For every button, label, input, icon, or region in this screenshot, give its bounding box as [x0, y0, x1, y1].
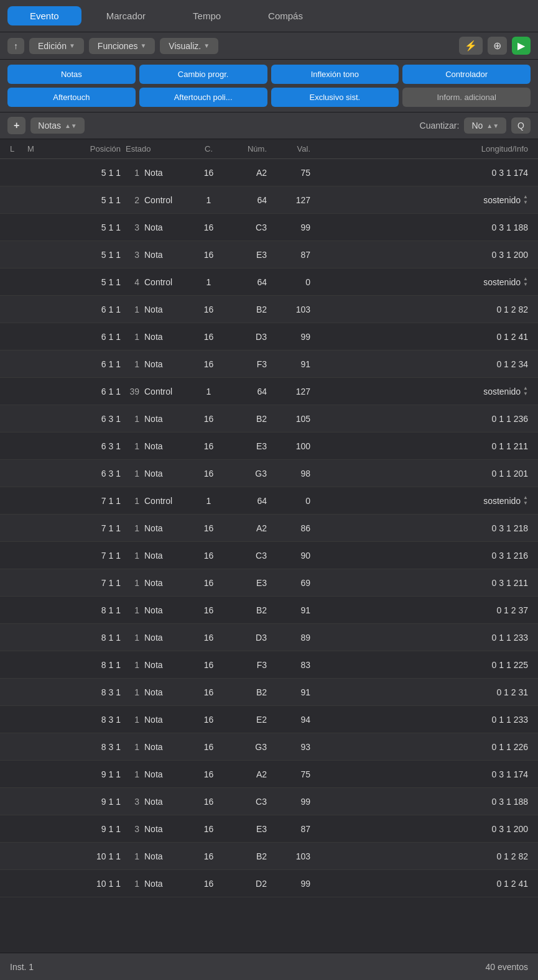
visualiz-dropdown[interactable]: Visualiz. ▼ [160, 38, 218, 54]
cell-num: E3 [226, 819, 269, 839]
cell-l [7, 824, 25, 834]
filter-cambio-progr[interactable]: Cambio progr. [139, 65, 267, 84]
cell-val: 99 [269, 874, 313, 894]
filter-aftertouch-poli[interactable]: Aftertouch poli... [139, 88, 267, 107]
filter-aftertouch[interactable]: Aftertouch [7, 88, 136, 107]
cell-longitud: 0 1 2 82 [313, 300, 531, 319]
chevron-updown-icon[interactable]: ▲▼ [523, 495, 528, 506]
table-row[interactable]: 8 1 1 1 Nota 16 D3 89 0 1 1 233 [0, 624, 538, 651]
cell-estado: 1 Nota [123, 163, 192, 183]
visualiz-arrow-icon: ▼ [203, 42, 210, 49]
tab-tempo[interactable]: Tempo [170, 6, 243, 25]
cell-c: 16 [192, 518, 226, 538]
table-row[interactable]: 9 1 1 1 Nota 16 A2 75 0 3 1 174 [0, 761, 538, 788]
table-row[interactable]: 6 1 1 1 Nota 16 D3 99 0 1 2 41 [0, 323, 538, 350]
col-num: Núm. [226, 143, 269, 155]
cell-longitud: 0 3 1 200 [313, 245, 531, 265]
table-row[interactable]: 7 1 1 1 Nota 16 E3 69 0 3 1 211 [0, 569, 538, 597]
cell-l [7, 305, 25, 314]
table-row[interactable]: 5 1 1 1 Nota 16 A2 75 0 3 1 174 [0, 159, 538, 186]
filter-notas[interactable]: Notas [7, 65, 136, 84]
cell-beat: 1 [126, 605, 139, 615]
cell-l [7, 496, 25, 506]
table-row[interactable]: 5 1 1 3 Nota 16 C3 99 0 3 1 188 [0, 214, 538, 241]
cell-beat: 1 [126, 441, 139, 451]
cell-beat: 1 [126, 469, 139, 479]
table-row[interactable]: 9 1 1 3 Nota 16 E3 87 0 3 1 200 [0, 815, 538, 843]
filter-inflexion-tono[interactable]: Inflexión tono [271, 65, 399, 84]
filter-inform-adicional[interactable]: Inform. adicional [402, 88, 531, 107]
chevron-updown-icon[interactable]: ▲▼ [523, 277, 528, 287]
cell-num: E2 [226, 710, 269, 730]
chevron-updown-icon[interactable]: ▲▼ [523, 195, 528, 205]
column-headers: L M Posición Estado C. Núm. Val. Longitu… [0, 139, 538, 159]
tab-marcador[interactable]: Marcador [84, 6, 168, 25]
cell-longitud: 0 3 1 218 [313, 518, 531, 538]
cell-estado: 1 Nota [123, 354, 192, 374]
table-row[interactable]: 8 3 1 1 Nota 16 B2 91 0 1 2 31 [0, 679, 538, 706]
cell-beat: 3 [126, 250, 139, 260]
tab-bar: Evento Marcador Tempo Compás [0, 0, 538, 32]
cell-posicion: 8 1 1 [42, 655, 123, 675]
table-row[interactable]: 6 1 1 1 Nota 16 B2 103 0 1 2 82 [0, 296, 538, 323]
cell-estado: 1 Nota [123, 436, 192, 456]
edition-dropdown[interactable]: Edición ▼ [29, 38, 84, 54]
cell-estado-val: Nota [144, 605, 163, 615]
cell-estado-val: Nota [144, 441, 163, 451]
chevron-updown-icon[interactable]: ▲▼ [523, 386, 528, 396]
cell-val: 69 [269, 573, 313, 593]
table-row[interactable]: 8 1 1 1 Nota 16 B2 91 0 1 2 37 [0, 597, 538, 624]
table-row[interactable]: 6 3 1 1 Nota 16 B2 105 0 1 1 236 [0, 405, 538, 433]
tab-evento[interactable]: Evento [7, 6, 81, 25]
functions-dropdown[interactable]: Funciones ▼ [89, 38, 155, 54]
table-row[interactable]: 7 1 1 1 Control 1 64 0 sostenido ▲▼ [0, 487, 538, 515]
midi-icon-button[interactable]: ⚡ [459, 37, 483, 55]
table-row[interactable]: 5 1 1 4 Control 1 64 0 sostenido ▲▼ [0, 268, 538, 296]
cell-estado-val: Nota [144, 715, 163, 725]
table-row[interactable]: 9 1 1 3 Nota 16 C3 99 0 3 1 188 [0, 788, 538, 815]
filter-controlador[interactable]: Controlador [402, 65, 531, 84]
cell-estado-val: Nota [144, 332, 163, 342]
cell-posicion: 6 1 1 [42, 382, 123, 401]
event-type-dropdown[interactable]: Notas ▲▼ [30, 117, 84, 134]
table-row[interactable]: 8 3 1 1 Nota 16 G3 93 0 1 1 226 [0, 733, 538, 761]
cell-num: D3 [226, 628, 269, 648]
cell-estado: 1 Nota [123, 737, 192, 757]
cell-val: 86 [269, 518, 313, 538]
quantize-value-dropdown[interactable]: No ▲▼ [464, 117, 506, 134]
q-button[interactable]: Q [511, 117, 531, 134]
cell-m [25, 168, 42, 178]
settings-icon-button[interactable]: ⊕ [488, 37, 507, 55]
table-row[interactable]: 7 1 1 1 Nota 16 A2 86 0 3 1 218 [0, 515, 538, 542]
add-event-button[interactable]: + [7, 117, 26, 134]
table-row[interactable]: 6 1 1 1 Nota 16 F3 91 0 1 2 34 [0, 350, 538, 378]
cell-c: 1 [192, 382, 226, 401]
table-row[interactable]: 5 1 1 2 Control 1 64 127 sostenido ▲▼ [0, 186, 538, 214]
cell-m [25, 851, 42, 861]
cell-estado-val: Nota [144, 660, 163, 670]
cell-val: 89 [269, 628, 313, 648]
cell-estado: 4 Control [123, 272, 192, 292]
cell-estado: 3 Nota [123, 819, 192, 839]
edition-label: Edición [38, 41, 67, 51]
cell-estado: 1 Nota [123, 546, 192, 566]
table-row[interactable]: 5 1 1 3 Nota 16 E3 87 0 3 1 200 [0, 241, 538, 268]
cell-num: 64 [226, 272, 269, 292]
table-row[interactable]: 8 3 1 1 Nota 16 E2 94 0 1 1 233 [0, 706, 538, 733]
up-arrow-button[interactable]: ↑ [7, 38, 24, 54]
cell-estado: 1 Control [123, 491, 192, 511]
table-row[interactable]: 6 1 1 39 Control 1 64 127 sostenido ▲▼ [0, 378, 538, 405]
table-row[interactable]: 7 1 1 1 Nota 16 C3 90 0 3 1 216 [0, 542, 538, 569]
sostenido-text: sostenido [483, 195, 521, 205]
filter-exclusivo-sist[interactable]: Exclusivo sist. [271, 88, 399, 107]
table-row[interactable]: 6 3 1 1 Nota 16 E3 100 0 1 1 211 [0, 433, 538, 460]
cell-m [25, 387, 42, 396]
table-row[interactable]: 10 1 1 1 Nota 16 B2 103 0 1 2 82 [0, 843, 538, 870]
table-row[interactable]: 8 1 1 1 Nota 16 F3 83 0 1 1 225 [0, 651, 538, 679]
tab-compas[interactable]: Compás [246, 6, 325, 25]
cell-beat: 1 [126, 523, 139, 533]
play-icon-button[interactable]: ▶ [512, 37, 531, 55]
cell-posicion: 10 1 1 [42, 874, 123, 894]
table-row[interactable]: 10 1 1 1 Nota 16 D2 99 0 1 2 41 [0, 870, 538, 897]
table-row[interactable]: 6 3 1 1 Nota 16 G3 98 0 1 1 201 [0, 460, 538, 487]
